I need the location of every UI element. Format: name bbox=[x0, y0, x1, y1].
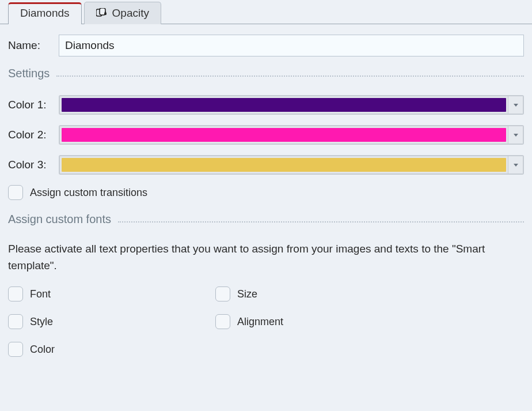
size-checkbox-row: Size bbox=[215, 286, 423, 301]
chevron-down-icon bbox=[514, 134, 518, 137]
tab-bar: Diamonds Opacity bbox=[0, 0, 532, 24]
section-settings-heading: Settings bbox=[8, 67, 524, 80]
color2-row: Color 2: bbox=[8, 125, 524, 145]
style-checkbox-row: Style bbox=[8, 314, 215, 329]
chevron-down-icon bbox=[514, 104, 518, 107]
color3-field[interactable] bbox=[59, 155, 524, 175]
name-row: Name: bbox=[8, 35, 524, 56]
tab-opacity-label: Opacity bbox=[112, 7, 149, 20]
section-fonts-label: Assign custom fonts bbox=[8, 213, 111, 226]
color2-dropdown-button[interactable] bbox=[508, 126, 523, 144]
content-panel: Name: Settings Color 1: Color 2: Color 3… bbox=[0, 24, 532, 357]
chevron-down-icon bbox=[514, 164, 518, 167]
font-label: Font bbox=[30, 288, 51, 300]
font-props-grid: Font Size Style Alignment Color bbox=[8, 286, 423, 357]
font-checkbox[interactable] bbox=[8, 286, 23, 301]
opacity-icon bbox=[96, 8, 109, 18]
color3-label: Color 3: bbox=[8, 159, 59, 171]
color-checkbox[interactable] bbox=[8, 342, 23, 357]
name-input[interactable] bbox=[59, 35, 524, 56]
size-checkbox[interactable] bbox=[215, 286, 230, 301]
alignment-label: Alignment bbox=[237, 316, 283, 328]
color2-label: Color 2: bbox=[8, 129, 59, 141]
section-settings-label: Settings bbox=[8, 67, 50, 80]
name-label: Name: bbox=[8, 39, 59, 52]
color1-row: Color 1: bbox=[8, 95, 524, 115]
heading-divider bbox=[56, 76, 524, 77]
section-fonts-heading: Assign custom fonts bbox=[8, 213, 524, 226]
color1-field[interactable] bbox=[59, 95, 524, 115]
style-label: Style bbox=[30, 316, 53, 328]
color2-field[interactable] bbox=[59, 125, 524, 145]
color1-swatch bbox=[62, 98, 506, 112]
transitions-checkbox-row: Assign custom transitions bbox=[8, 185, 524, 200]
font-checkbox-row: Font bbox=[8, 286, 215, 301]
size-label: Size bbox=[237, 288, 257, 300]
color1-label: Color 1: bbox=[8, 99, 59, 111]
color-label: Color bbox=[30, 344, 55, 356]
fonts-help-text: Please activate all text properties that… bbox=[8, 241, 524, 274]
transitions-label: Assign custom transitions bbox=[30, 187, 147, 199]
color3-row: Color 3: bbox=[8, 155, 524, 175]
tab-diamonds[interactable]: Diamonds bbox=[8, 2, 82, 24]
transitions-checkbox[interactable] bbox=[8, 185, 23, 200]
color3-swatch bbox=[62, 158, 506, 172]
heading-divider bbox=[118, 221, 524, 223]
color2-swatch bbox=[62, 128, 506, 142]
color1-dropdown-button[interactable] bbox=[508, 96, 523, 114]
tab-opacity[interactable]: Opacity bbox=[84, 2, 161, 24]
style-checkbox[interactable] bbox=[8, 314, 23, 329]
color-checkbox-row: Color bbox=[8, 342, 215, 357]
tab-diamonds-label: Diamonds bbox=[20, 7, 70, 20]
alignment-checkbox[interactable] bbox=[215, 314, 230, 329]
color3-dropdown-button[interactable] bbox=[508, 156, 523, 174]
alignment-checkbox-row: Alignment bbox=[215, 314, 423, 329]
